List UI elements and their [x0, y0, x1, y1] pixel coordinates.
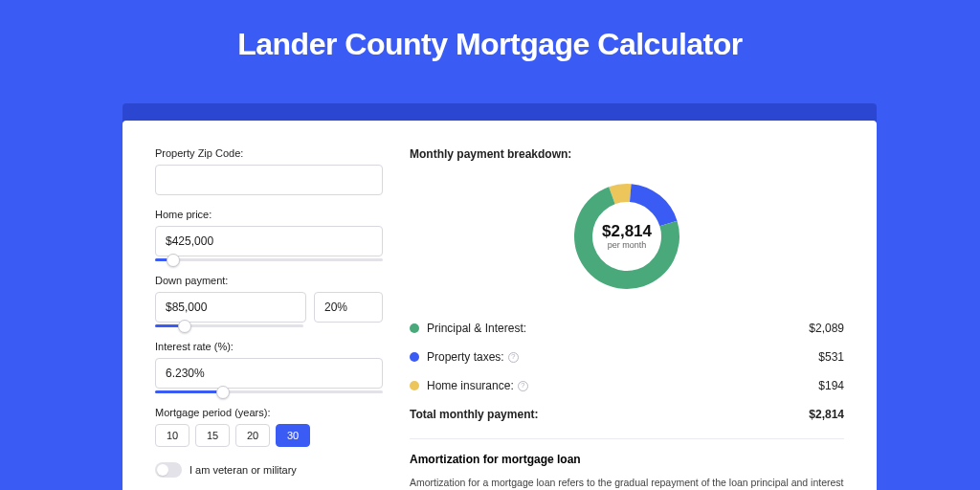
- interest-input[interactable]: [155, 358, 383, 389]
- form-column: Property Zip Code: Home price: Down paym…: [155, 147, 383, 490]
- page-title: Lander County Mortgage Calculator: [0, 0, 980, 79]
- donut-chart-wrap: $2,814 per month: [410, 170, 844, 306]
- period-option-10[interactable]: 10: [155, 424, 189, 447]
- breakdown-total-row: Total monthly payment:$2,814: [410, 400, 844, 429]
- period-option-30[interactable]: 30: [276, 424, 310, 447]
- breakdown-value: $194: [818, 379, 844, 392]
- legend-dot: [410, 381, 419, 390]
- down-payment-slider-thumb[interactable]: [178, 320, 191, 333]
- period-label: Mortgage period (years):: [155, 407, 383, 418]
- donut-center-value: $2,814: [602, 222, 653, 240]
- down-payment-slider[interactable]: [155, 324, 303, 327]
- breakdown-column: Monthly payment breakdown: $2,814 per mo…: [410, 147, 844, 490]
- breakdown-label: Home insurance:?: [427, 379, 818, 392]
- home-price-label: Home price:: [155, 209, 383, 220]
- breakdown-value: $531: [818, 350, 844, 364]
- period-option-15[interactable]: 15: [195, 424, 230, 447]
- donut-center-sub: per month: [608, 240, 647, 250]
- down-payment-field-group: Down payment:: [155, 275, 383, 327]
- breakdown-label: Property taxes:?: [427, 350, 818, 364]
- amortization-body: Amortization for a mortgage loan refers …: [410, 476, 844, 490]
- breakdown-title: Monthly payment breakdown:: [410, 147, 844, 161]
- breakdown-row: Home insurance:?$194: [410, 371, 844, 400]
- zip-label: Property Zip Code:: [155, 147, 383, 159]
- breakdown-row: Principal & Interest:$2,089: [410, 314, 844, 343]
- legend-dot: [410, 323, 419, 333]
- zip-field-group: Property Zip Code:: [155, 147, 383, 195]
- breakdown-row: Property taxes:?$531: [410, 343, 844, 371]
- interest-label: Interest rate (%):: [155, 341, 383, 352]
- donut-segment: [630, 184, 678, 226]
- veteran-toggle[interactable]: [155, 462, 182, 478]
- breakdown-total-label: Total monthly payment:: [410, 408, 809, 421]
- home-price-slider-thumb[interactable]: [167, 254, 180, 267]
- interest-slider[interactable]: [155, 390, 383, 393]
- legend-dot: [410, 352, 419, 362]
- breakdown-value: $2,089: [809, 322, 844, 335]
- zip-input[interactable]: [155, 165, 383, 195]
- interest-field-group: Interest rate (%):: [155, 341, 383, 393]
- veteran-label: I am veteran or military: [189, 464, 297, 476]
- home-price-slider[interactable]: [155, 258, 383, 261]
- breakdown-label: Principal & Interest:: [427, 322, 809, 335]
- interest-slider-thumb[interactable]: [216, 386, 230, 399]
- down-payment-label: Down payment:: [155, 275, 383, 286]
- calculator-card: Property Zip Code: Home price: Down paym…: [122, 121, 877, 490]
- amortization-title: Amortization for mortgage loan: [410, 453, 844, 466]
- period-option-20[interactable]: 20: [235, 424, 270, 447]
- veteran-toggle-row: I am veteran or military: [155, 462, 383, 478]
- donut-chart: $2,814 per month: [565, 174, 689, 299]
- home-price-field-group: Home price:: [155, 209, 383, 261]
- home-price-input[interactable]: [155, 226, 383, 256]
- period-field-group: Mortgage period (years): 10152030: [155, 407, 383, 447]
- breakdown-list: Principal & Interest:$2,089Property taxe…: [410, 314, 844, 429]
- down-payment-pct-input[interactable]: [314, 292, 383, 323]
- info-icon[interactable]: ?: [508, 352, 519, 363]
- card-shadow: [122, 103, 877, 122]
- down-payment-input[interactable]: [155, 292, 306, 323]
- info-icon[interactable]: ?: [518, 381, 528, 391]
- amortization-section: Amortization for mortgage loan Amortizat…: [410, 438, 844, 490]
- breakdown-total-value: $2,814: [809, 408, 844, 421]
